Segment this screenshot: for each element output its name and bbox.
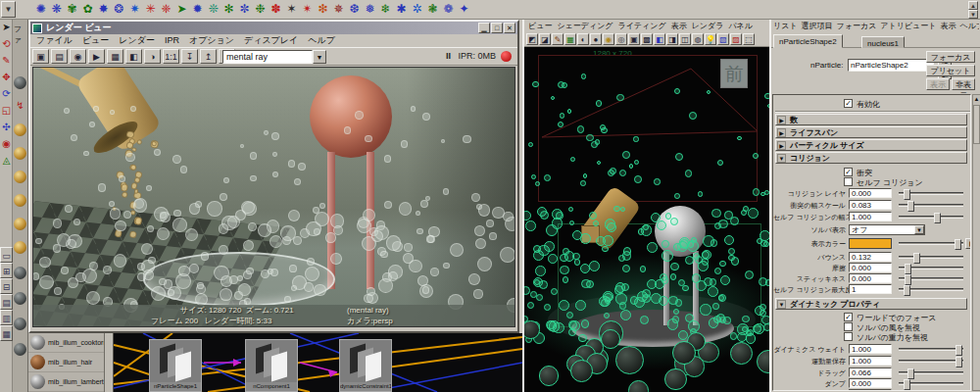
shelf-icon[interactable]: ❉ — [253, 1, 268, 18]
color-ramp-icon[interactable]: ◩ — [965, 238, 971, 249]
snapshot-icon[interactable]: ◉ — [70, 49, 86, 64]
ignore-solver-wind-checkbox[interactable] — [844, 322, 853, 331]
attribute-editor-menu[interactable]: フォーカス — [837, 21, 877, 32]
lock-camera-icon[interactable]: ◪ — [539, 33, 551, 45]
shelf-tab-selector[interactable]: ▼ — [1, 1, 16, 18]
shelf-icon[interactable]: ✱ — [394, 1, 409, 18]
material-list-scrollbar[interactable] — [105, 333, 114, 392]
material-swatch[interactable] — [14, 218, 26, 230]
shelf-icon[interactable]: ❁ — [441, 1, 456, 18]
attribute-editor-menu[interactable]: ヘルプ — [959, 21, 979, 32]
shelf-icon[interactable]: ❃ — [425, 1, 440, 18]
shadows-icon[interactable]: ▣ — [628, 33, 640, 45]
self-collide-width-scale-field[interactable]: 1.000 — [849, 212, 892, 221]
max-self-collide-iterations-slider[interactable] — [899, 288, 963, 291]
max-self-collide-iterations-field[interactable]: 1 — [849, 284, 892, 294]
shelf-icon[interactable]: ❆ — [347, 1, 362, 18]
friction-field[interactable]: 0.000 — [849, 263, 892, 272]
show-button[interactable]: 表示 — [926, 78, 950, 90]
render-current-frame-icon[interactable]: ▣ — [32, 49, 49, 64]
chevron-right-icon[interactable]: ▶ — [777, 141, 786, 150]
shelf-icon[interactable]: ✷ — [127, 1, 142, 18]
section-lifespan[interactable]: ▶ライフスパン — [775, 126, 967, 138]
material-list-item[interactable]: mib_illum_hair — [28, 353, 104, 372]
chevron-down-icon[interactable]: ▼ — [777, 154, 786, 163]
shelf-icon[interactable]: ✺ — [33, 1, 48, 18]
material-list-item[interactable]: mib_illum_lambert — [28, 372, 104, 392]
bounce-field[interactable]: 0.132 — [849, 252, 892, 262]
render-view-menu[interactable]: オプション — [189, 35, 234, 46]
shelf-icon[interactable]: ✸ — [96, 1, 111, 18]
preset-button[interactable]: プリセット — [926, 65, 975, 76]
material-list-item[interactable]: mib_illum_cooktorr — [28, 333, 104, 353]
one-to-one-icon[interactable]: 1:1 — [163, 49, 179, 64]
shelf-icon[interactable]: ❇ — [316, 1, 330, 18]
viewport-menu[interactable]: シェーディング — [557, 21, 612, 31]
collision-layer-field[interactable]: 0.000 — [849, 188, 892, 198]
stickiness-slider[interactable] — [899, 277, 963, 280]
damp-field[interactable]: 0.000 — [849, 378, 892, 388]
maximize-button[interactable]: □ — [491, 23, 503, 33]
viewport-menu[interactable]: ライティング — [618, 21, 666, 31]
renderer-dropdown-arrow-icon[interactable]: ▼ — [313, 50, 326, 64]
shelf-icon[interactable]: ✹ — [190, 1, 205, 18]
dropdown-arrow-icon[interactable]: ▼ — [914, 225, 924, 234]
close-button[interactable]: ✕ — [504, 23, 515, 33]
mass-field[interactable]: 1.000 — [849, 389, 892, 391]
rendered-image[interactable]: サイズ: 1280 720 ズーム: 0.721 (mental ray) フレ… — [32, 67, 515, 327]
shelf-icon[interactable]: ➤ — [174, 1, 189, 18]
use-default-lighting-icon[interactable]: 💡 — [705, 33, 716, 45]
layout-single-icon[interactable]: ▭ — [0, 247, 13, 263]
viewport-menu[interactable]: ビュー — [528, 21, 552, 31]
shelf-icon[interactable]: ✻ — [221, 1, 236, 18]
isolate-select-icon[interactable]: ◍ — [692, 33, 704, 45]
shelf-icon[interactable]: ❊ — [206, 1, 220, 18]
bookmark-icon[interactable]: ✎ — [552, 33, 564, 45]
shelf-icon[interactable]: ❂ — [112, 1, 126, 18]
lighting-icon[interactable]: ◎ — [615, 33, 627, 45]
collide-checkbox[interactable]: ✓ — [844, 168, 853, 176]
render-view-menu[interactable]: ファイル — [36, 35, 73, 46]
shaded-icon[interactable]: ● — [590, 33, 602, 45]
collide-width-scale-slider[interactable] — [899, 204, 963, 207]
tab-nucleus1[interactable]: nucleus1 — [861, 36, 905, 48]
camera-icon[interactable]: ◩ — [526, 33, 538, 45]
shelf-icon[interactable]: ❅ — [363, 1, 377, 18]
viewport-menu[interactable]: パネル — [728, 21, 753, 31]
lasso-tool-icon[interactable]: ⟲ — [0, 36, 13, 53]
dynamics-weight-slider[interactable] — [899, 348, 963, 351]
scrollbar-thumb[interactable] — [973, 105, 980, 144]
self-collide-width-scale-slider[interactable] — [899, 216, 963, 219]
layout-persp-outliner-icon[interactable]: ▤ — [0, 294, 13, 310]
material-swatch[interactable] — [14, 267, 26, 279]
show-manip-tool-icon[interactable]: ◬ — [0, 153, 13, 170]
ignore-solver-gravity-checkbox[interactable] — [844, 332, 853, 341]
screen-space-ao-icon[interactable]: ▩ — [641, 33, 653, 45]
material-swatch[interactable] — [14, 147, 26, 160]
display-color-swatch[interactable] — [849, 238, 892, 249]
hypershade-node-graph[interactable]: nParticleShape1 nComponent1 dynamicConst… — [114, 333, 522, 392]
renderer-select[interactable]: mental ray — [222, 50, 313, 64]
shelf-icon[interactable]: ✦ — [457, 1, 471, 18]
xray-icon[interactable]: ▧ — [717, 33, 729, 45]
ipr-pause-label[interactable]: II — [446, 51, 451, 61]
shelf-scroll-down[interactable]: ▼ — [968, 10, 978, 19]
scale-tool-icon[interactable]: ◱ — [0, 103, 13, 120]
textured-icon[interactable]: ◉ — [603, 33, 614, 45]
shelf-icon[interactable]: ✵ — [331, 1, 346, 18]
ipr-render-icon[interactable]: ▶ — [88, 49, 105, 64]
layout-custom-icon[interactable]: ▦ — [0, 325, 13, 341]
shelf-icon[interactable]: ✴ — [300, 1, 315, 18]
collide-width-scale-field[interactable]: 0.083 — [849, 200, 892, 210]
hide-button[interactable]: 非表示 — [952, 78, 975, 90]
shelf-icon[interactable]: ✿ — [80, 1, 95, 18]
shelf-scroll-up[interactable]: ▲ — [968, 1, 978, 10]
render-view-menu[interactable]: レンダー — [119, 35, 155, 46]
viewport-3d-view[interactable]: 1280 x 720 前 — [524, 47, 769, 392]
minimize-button[interactable]: ▁ — [478, 23, 490, 33]
attribute-editor-menu[interactable]: 選択項目 — [802, 21, 833, 32]
image-plane-icon[interactable]: ▦ — [564, 33, 576, 45]
depth-of-field-icon[interactable]: ◫ — [679, 33, 691, 45]
damp-slider[interactable] — [899, 382, 963, 385]
forces-in-world-checkbox[interactable]: ✓ — [844, 313, 853, 321]
